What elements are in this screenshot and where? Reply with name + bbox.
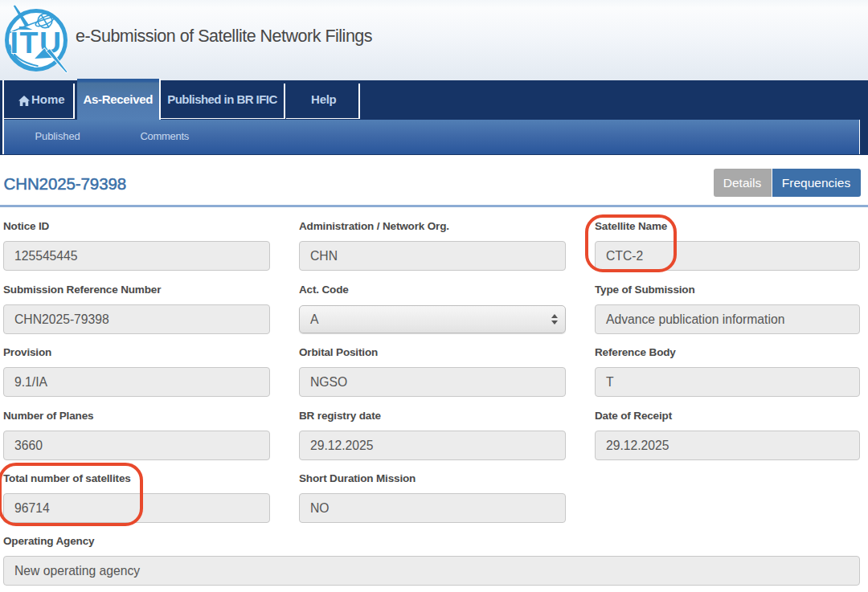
svg-text:ITU: ITU <box>10 26 63 59</box>
